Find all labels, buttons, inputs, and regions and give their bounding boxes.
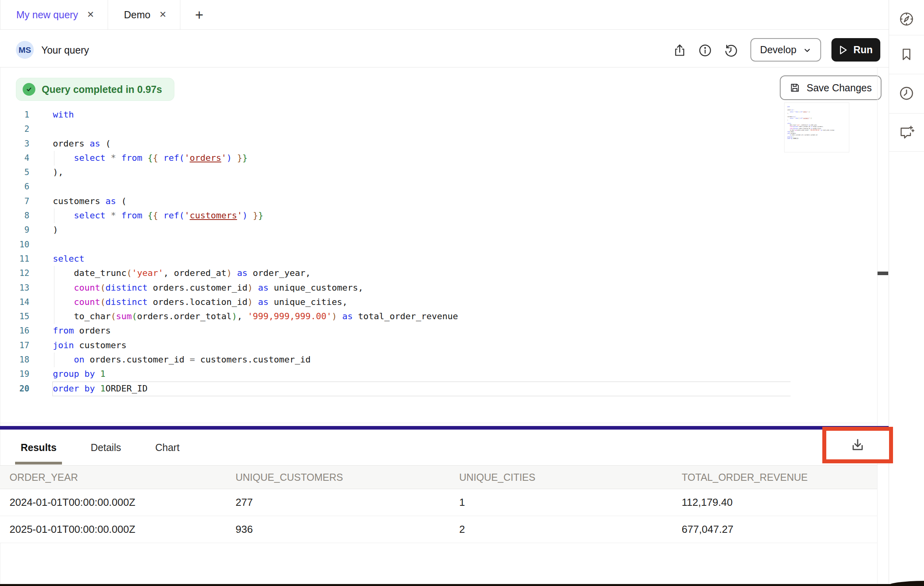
develop-button[interactable]: Develop xyxy=(750,38,821,62)
code-token: ref( xyxy=(163,210,184,220)
query-tab-my-new-query[interactable]: My new query✕ xyxy=(0,0,108,29)
query-editor-app: My new query✕Demo✕ + MS Your query Devel… xyxy=(0,0,924,586)
code-content[interactable]: with orders as ( select * from {{ ref('o… xyxy=(53,108,458,396)
code-line-11[interactable]: select xyxy=(53,252,458,266)
code-token xyxy=(105,210,110,220)
code-token: from xyxy=(121,210,142,220)
code-line-4[interactable]: select * from {{ ref('orders') }} xyxy=(53,151,458,165)
code-token xyxy=(116,153,121,163)
code-token: count xyxy=(74,283,100,293)
column-header-order_year: ORDER_YEAR xyxy=(10,472,236,483)
code-token: = xyxy=(189,355,195,364)
editor-scrollbar-thumb[interactable] xyxy=(878,272,888,275)
tab-results[interactable]: Results xyxy=(15,430,62,465)
code-token: ) xyxy=(247,283,253,293)
code-line-14[interactable]: count(distinct orders.location_id) as un… xyxy=(53,295,458,309)
code-token: ) xyxy=(232,311,237,321)
code-token: ref( xyxy=(163,153,184,163)
table-header-row: ORDER_YEARUNIQUE_CUSTOMERSUNIQUE_CITIEST… xyxy=(0,465,877,489)
line-number: 19 xyxy=(14,367,29,381)
run-button[interactable]: Run xyxy=(831,38,880,62)
code-token: ) xyxy=(53,225,58,235)
close-icon[interactable]: ✕ xyxy=(87,10,94,19)
code-line-1[interactable]: with xyxy=(53,108,458,122)
download-button[interactable] xyxy=(849,436,866,454)
table-row[interactable]: 2024-01-01T00:00:00.000Z2771112,179.40 xyxy=(0,489,877,516)
code-line-3[interactable]: orders as ( xyxy=(53,137,458,151)
code-token: to_char xyxy=(74,311,111,321)
history-icon[interactable] xyxy=(724,43,738,58)
code-token: as xyxy=(237,268,248,278)
code-token: { xyxy=(147,153,153,163)
code-line-17[interactable]: join customers xyxy=(53,338,458,353)
table-cell: 2024-01-01T00:00:00.000Z xyxy=(10,496,236,509)
tab-chart[interactable]: Chart xyxy=(150,430,185,465)
code-line-8[interactable]: select * from {{ ref('customers') }} xyxy=(53,208,458,223)
code-token: orders xyxy=(53,139,90,148)
line-number: 17 xyxy=(14,338,29,353)
save-changes-label: Save Changes xyxy=(806,82,872,94)
code-line-5[interactable]: ), xyxy=(53,165,458,179)
code-token: select xyxy=(53,254,84,264)
clock-icon xyxy=(899,85,914,101)
line-number: 15 xyxy=(14,309,29,324)
panel-splitter[interactable] xyxy=(0,426,889,430)
line-number: 12 xyxy=(14,266,29,280)
line-number: 8 xyxy=(14,208,29,223)
code-line-6[interactable] xyxy=(53,179,458,194)
column-header-unique_customers: UNIQUE_CUSTOMERS xyxy=(236,472,459,483)
editor-minimap[interactable]: with orders as ( select * from {{ ref('o… xyxy=(784,102,849,152)
code-line-19[interactable]: group by 1 xyxy=(53,367,458,381)
sidebar-item-bookmarks[interactable] xyxy=(889,35,924,73)
code-line-20[interactable]: order by 1ORDER_ID xyxy=(53,382,458,396)
line-number: 13 xyxy=(14,281,29,295)
code-token xyxy=(53,297,74,307)
code-token: unique_customers, xyxy=(269,283,363,293)
code-line-12[interactable]: date_trunc('year', ordered_at) as order_… xyxy=(53,266,458,280)
sidebar-item-explore[interactable] xyxy=(889,0,924,38)
code-token: customers.customer_id xyxy=(195,355,311,364)
code-token: select xyxy=(74,210,105,220)
code-token: { xyxy=(153,153,158,163)
share-icon[interactable] xyxy=(673,43,687,58)
code-token: as xyxy=(258,297,269,307)
develop-button-label: Develop xyxy=(760,44,796,56)
code-token: as xyxy=(90,139,101,148)
code-token: customers xyxy=(189,210,237,220)
code-line-16[interactable]: from orders xyxy=(53,324,458,338)
code-token: } xyxy=(237,153,242,163)
tab-details[interactable]: Details xyxy=(85,430,126,465)
code-token xyxy=(116,210,121,220)
code-line-9[interactable]: ) xyxy=(53,223,458,237)
code-token: customers xyxy=(53,196,105,206)
code-token xyxy=(253,283,258,293)
query-tab-demo[interactable]: Demo✕ xyxy=(108,0,180,29)
code-token: ( xyxy=(100,283,105,293)
table-row[interactable]: 2025-01-01T00:00:00.000Z9362677,047.27 xyxy=(0,516,877,543)
code-line-15[interactable]: to_char(sum(orders.order_total), '999,99… xyxy=(53,309,458,324)
code-line-18[interactable]: on orders.customer_id = customers.custom… xyxy=(53,353,458,367)
code-token: on xyxy=(74,355,85,364)
save-changes-button[interactable]: Save Changes xyxy=(780,75,881,100)
code-token xyxy=(337,311,342,321)
code-token: ' xyxy=(184,210,189,220)
sidebar-item-ai-assistant[interactable] xyxy=(889,114,924,152)
line-number: 7 xyxy=(14,194,29,208)
code-token: as xyxy=(258,283,269,293)
new-tab-button[interactable]: + xyxy=(185,0,214,30)
code-line-13[interactable]: count(distinct orders.customer_id) as un… xyxy=(53,281,458,295)
code-token: ' xyxy=(221,153,226,163)
check-icon xyxy=(23,83,35,96)
close-icon[interactable]: ✕ xyxy=(159,10,166,19)
code-line-7[interactable]: customers as ( xyxy=(53,194,458,208)
sidebar-item-history[interactable] xyxy=(889,74,924,112)
table-body: 2024-01-01T00:00:00.000Z2771112,179.4020… xyxy=(0,489,877,543)
code-token: from xyxy=(121,153,142,163)
code-line-10[interactable] xyxy=(53,237,458,252)
code-token xyxy=(95,384,100,393)
page-title: Your query xyxy=(41,44,89,56)
code-token xyxy=(53,283,74,293)
minimap-content: with orders as ( select * from {{ ref('o… xyxy=(787,106,849,139)
code-line-2[interactable] xyxy=(53,122,458,136)
info-icon[interactable] xyxy=(698,43,712,58)
